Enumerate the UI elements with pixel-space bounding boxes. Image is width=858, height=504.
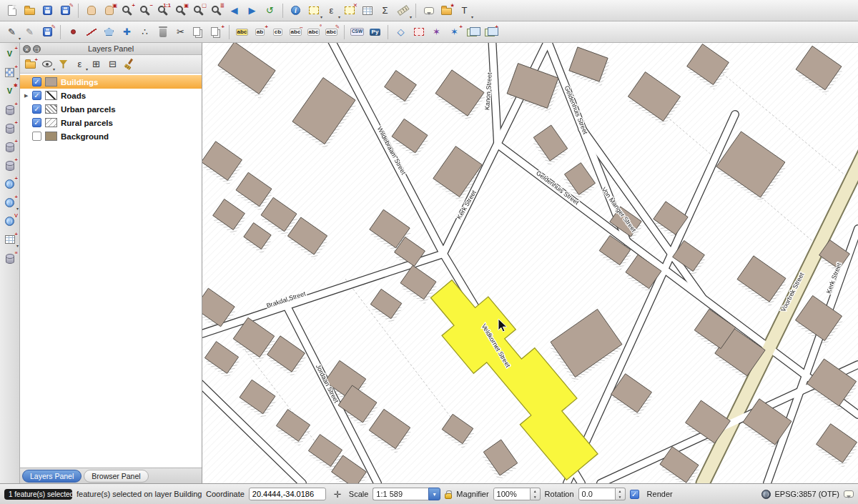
add-postgis-layer-button[interactable]: + (1, 119, 19, 137)
toolbar-separator (388, 25, 388, 39)
add-wcs-layer-button[interactable]: +▾ (1, 194, 19, 211)
lock-scale-icon[interactable] (445, 493, 452, 499)
node-tool-button[interactable]: ∴ (136, 24, 154, 41)
add-polygon-feature-button[interactable] (100, 24, 118, 41)
add-delimited-text-layer-button[interactable]: +▾ (1, 231, 19, 248)
layer-labeling-button[interactable]: abc (233, 24, 251, 41)
new-bookmark-button[interactable]: ★ (438, 2, 455, 19)
tab-layers-panel[interactable]: Layers Panel (22, 470, 82, 483)
chevron-down-icon[interactable]: ▾ (428, 488, 440, 500)
map-tips-button[interactable] (420, 2, 438, 19)
select-by-expression-button[interactable]: ε▾ (322, 2, 340, 19)
layer-checkbox[interactable] (32, 132, 41, 141)
add-spatialite-layer-button[interactable]: + (1, 101, 19, 118)
zoom-in-button[interactable]: + (118, 2, 136, 19)
cut-features-button[interactable]: ✂ (172, 24, 189, 41)
save-project-button[interactable] (39, 2, 56, 19)
highlight-pinned-labels-button[interactable]: cb (269, 24, 287, 41)
zoom-full-button[interactable]: ▣ (172, 2, 189, 19)
layer-row-rural-parcels[interactable]: ✓Rural parcels (20, 116, 202, 129)
manage-layer-visibility-button[interactable]: ▾ (39, 56, 55, 71)
render-checkbox[interactable]: ✓ (630, 490, 639, 499)
scale-combo[interactable]: 1:1 589 ▾ (373, 488, 440, 500)
filter-legend-button[interactable] (55, 56, 72, 71)
add-mssql-layer-button[interactable]: + (1, 138, 19, 155)
toggle-editing-button[interactable]: ✎ (21, 24, 39, 41)
identify-features-button[interactable] (287, 2, 305, 19)
delete-selected-button[interactable] (154, 24, 172, 41)
layer-row-buildings[interactable]: ✓Buildings (20, 75, 202, 89)
crs-globe-icon[interactable] (761, 490, 771, 499)
current-edits-button[interactable]: ✎▾ (3, 24, 21, 41)
pan-map-button[interactable] (82, 2, 100, 19)
layer-checkbox[interactable]: ✓ (32, 77, 41, 87)
zoom-out-button[interactable]: − (136, 2, 154, 19)
tab-browser-panel[interactable]: Browser Panel (84, 470, 148, 483)
magnifier-spin[interactable]: 100% ▲▼ (493, 488, 541, 500)
zoom-last-button[interactable]: ◀ (225, 2, 243, 19)
rotation-spin[interactable]: 0.0 ▲▼ (578, 488, 626, 500)
move-feature-button[interactable]: ✚ (118, 24, 136, 41)
layer-row-background[interactable]: Background (20, 129, 202, 143)
add-point-feature-button[interactable] (64, 24, 82, 41)
save-project-as-button[interactable]: ✎ (56, 2, 74, 19)
rotate-label-button[interactable]: abc° (305, 24, 322, 41)
collapse-all-button[interactable]: ⊟ (104, 56, 121, 71)
zoom-in-icon (122, 6, 129, 13)
add-wfs-layer-button[interactable]: V (1, 212, 19, 229)
paste-features-button[interactable]: + (207, 24, 225, 41)
layer-row-roads[interactable]: ▶✓Roads (20, 89, 202, 102)
zoom-next-button[interactable]: ▶ (243, 2, 261, 19)
change-label-button[interactable]: abc✎ (322, 24, 340, 41)
new-project-button[interactable] (3, 2, 21, 19)
save-layer-edits-button[interactable]: ✎ (39, 24, 56, 41)
python-console-button[interactable]: Py (366, 24, 384, 41)
magnifier-steppers[interactable]: ▲▼ (531, 488, 541, 500)
interpolation-wand-button[interactable]: ✶ (428, 24, 445, 41)
copy-features-button[interactable] (189, 24, 207, 41)
terrain-wand-button[interactable]: ✶+ (445, 24, 463, 41)
map-composer-add-button[interactable]: + (481, 24, 499, 41)
metasearch-csw-button[interactable]: CSW (348, 24, 366, 41)
statistical-summary-button[interactable]: Σ (376, 2, 394, 19)
layer-checkbox[interactable]: ✓ (32, 104, 41, 114)
layer-checkbox[interactable]: ✓ (32, 118, 41, 127)
messages-icon[interactable] (844, 490, 854, 498)
toggle-extents-button[interactable]: ✛ (330, 485, 345, 503)
zoom-native-badge: 1:1 (163, 3, 171, 9)
python-console-icon: Py (370, 29, 381, 36)
zoom-to-selection-button[interactable]: ▢ (189, 2, 207, 19)
deselect-features-button[interactable]: ✕ (340, 2, 358, 19)
add-wms-layer-button[interactable]: + (1, 175, 19, 192)
spatial-query-button[interactable] (410, 24, 428, 41)
select-features-button[interactable]: ▾ (305, 2, 322, 19)
zoom-native-button[interactable]: 1:1 (154, 2, 172, 19)
pan-to-selection-button[interactable]: ▣ (100, 2, 118, 19)
add-oracle-layer-button[interactable]: + (1, 157, 19, 174)
db-manager-button[interactable]: ≡ (1, 249, 19, 267)
zoom-to-layer-button[interactable]: ≣ (207, 2, 225, 19)
layer-row-urban-parcels[interactable]: ✓Urban parcels (20, 102, 202, 116)
add-line-feature-button[interactable] (82, 24, 100, 41)
map-composer-overview-button[interactable] (463, 24, 481, 41)
processing-options-button[interactable]: ◇ (392, 24, 410, 41)
add-raster-layer-button[interactable]: +▾ (1, 64, 19, 81)
coordinate-input[interactable] (249, 488, 326, 500)
add-group-button[interactable]: + (22, 56, 39, 71)
expression-filter-button[interactable]: ε▾ (72, 56, 88, 71)
open-attribute-table-button[interactable] (358, 2, 376, 19)
rotation-steppers[interactable]: ▲▼ (616, 488, 626, 500)
new-shapefile-layer-button[interactable]: V✱ (1, 82, 19, 99)
expand-all-button[interactable]: ⊞ (88, 56, 104, 71)
map-canvas[interactable]: Wildebraam StreetKanon StreetKerk Street… (202, 43, 858, 483)
open-project-button[interactable] (21, 2, 39, 19)
text-annotation-button[interactable]: T▾ (455, 2, 473, 19)
layer-checkbox[interactable]: ✓ (32, 91, 41, 100)
pin-labels-button[interactable]: ab+ (251, 24, 269, 41)
expander-icon[interactable]: ▶ (24, 93, 32, 99)
remove-layer-button[interactable] (121, 56, 137, 71)
move-label-button[interactable]: abc↔ (287, 24, 305, 41)
measure-button[interactable]: ▾ (394, 2, 412, 19)
add-vector-layer-button[interactable]: V+ (1, 45, 19, 62)
refresh-map-button[interactable]: ↺ (261, 2, 279, 19)
